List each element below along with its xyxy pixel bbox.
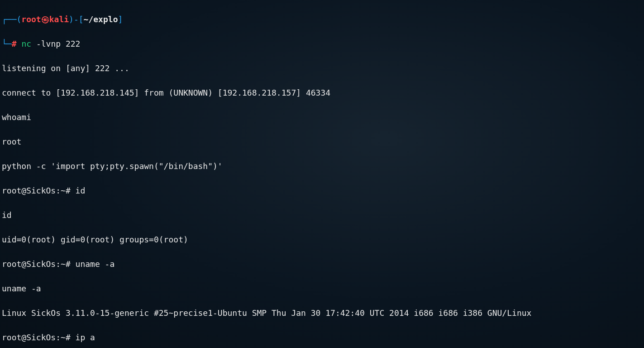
kali-prompt-line2: └─# nc -lvnp 222 — [2, 38, 642, 50]
cmd-python-pty: python -c 'import pty;pty.spawn("/bin/ba… — [2, 160, 642, 172]
echo-uname: uname -a — [2, 282, 642, 295]
terminal-output-area[interactable]: ┌──(root㉿kali)-[~/explo] └─# nc -lvnp 22… — [0, 0, 644, 348]
prompt-open-bracket: [ — [79, 14, 84, 24]
output-root: root — [2, 135, 642, 148]
prompt-close-paren: ) — [69, 14, 74, 24]
prompt-space — [17, 39, 22, 48]
prompt-close-bracket: ] — [118, 14, 123, 24]
command-nc: nc — [21, 39, 31, 48]
prompt-open-paren: ( — [17, 14, 22, 24]
prompt-sickos-id: root@SickOs:~# id — [2, 184, 642, 197]
output-listening: listening on [any] 222 ... — [2, 62, 642, 74]
prompt-corner-bot: └─ — [2, 39, 12, 48]
command-args: -lvnp 222 — [31, 39, 80, 48]
output-connect: connect to [192.168.218.145] from (UNKNO… — [2, 87, 642, 99]
prompt-host: kali — [49, 14, 69, 24]
prompt-corner-top: ┌── — [2, 14, 17, 24]
cmd-whoami: whoami — [2, 111, 642, 123]
prompt-sickos-ipa: root@SickOs:~# ip a — [2, 331, 642, 343]
prompt-hash: # — [12, 39, 17, 48]
skull-icon: ㉿ — [41, 14, 49, 24]
prompt-dash: - — [74, 14, 79, 24]
prompt-user: root — [21, 14, 41, 24]
output-uname: Linux SickOs 3.11.0-15-generic #25~preci… — [2, 307, 642, 319]
prompt-sickos-uname: root@SickOs:~# uname -a — [2, 258, 642, 270]
echo-id: id — [2, 209, 642, 221]
prompt-path: ~/explo — [84, 14, 118, 24]
kali-prompt-line1: ┌──(root㉿kali)-[~/explo] — [2, 13, 642, 25]
output-id: uid=0(root) gid=0(root) groups=0(root) — [2, 233, 642, 246]
